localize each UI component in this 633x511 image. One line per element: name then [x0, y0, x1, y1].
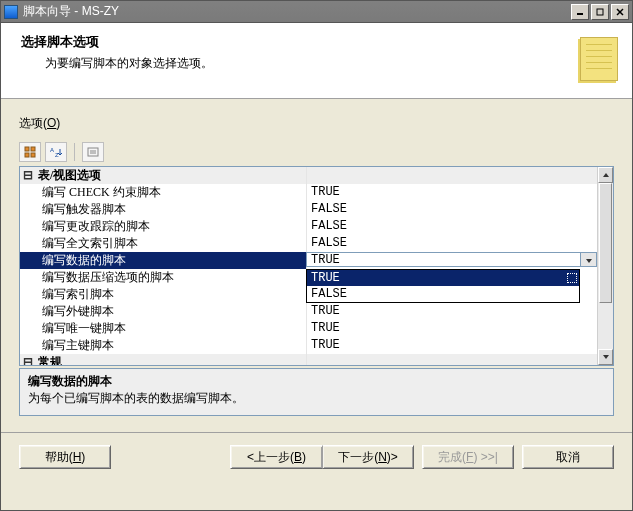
finish-button: 完成(F) >>|	[422, 445, 514, 469]
grid-toolbar: AZ	[19, 142, 614, 162]
option-label: 编写 CHECK 约束脚本	[36, 184, 306, 201]
option-label: 编写更改跟踪的脚本	[36, 218, 306, 235]
dropdown-option[interactable]: TRUE	[307, 270, 579, 286]
option-row[interactable]: 编写全文索引脚本FALSE	[20, 235, 597, 252]
dropdown-option[interactable]: FALSE	[307, 286, 579, 302]
page-subtitle: 为要编写脚本的对象选择选项。	[45, 55, 570, 72]
grid-scrollbar[interactable]	[597, 167, 613, 365]
svg-marker-15	[603, 355, 609, 359]
cancel-button[interactable]: 取消	[522, 445, 614, 469]
page-title: 选择脚本选项	[21, 33, 570, 51]
option-label: 编写触发器脚本	[36, 201, 306, 218]
back-button[interactable]: < 上一步(B)	[230, 445, 322, 469]
option-row[interactable]: 编写主键脚本TRUE	[20, 337, 597, 354]
description-text: 为每个已编写脚本的表的数据编写脚本。	[28, 390, 605, 407]
minimize-button[interactable]	[571, 4, 589, 20]
option-row[interactable]: 编写 CHECK 约束脚本TRUE	[20, 184, 597, 201]
option-row[interactable]: 编写唯一键脚本TRUE	[20, 320, 597, 337]
option-label: 编写数据的脚本	[36, 252, 306, 269]
maximize-button[interactable]	[591, 4, 609, 20]
svg-marker-13	[586, 259, 592, 263]
svg-rect-6	[25, 153, 29, 157]
option-row[interactable]: 编写外键脚本TRUE	[20, 303, 597, 320]
option-value-editor[interactable]: TRUE	[306, 252, 597, 267]
svg-rect-5	[31, 147, 35, 151]
option-value: FALSE	[306, 218, 597, 235]
option-value: TRUE	[306, 184, 597, 201]
svg-rect-10	[88, 148, 98, 156]
option-row[interactable]: 编写触发器脚本FALSE	[20, 201, 597, 218]
close-button[interactable]	[611, 4, 629, 20]
toolbar-separator	[74, 143, 75, 161]
help-button[interactable]: 帮助(H)	[19, 445, 111, 469]
scroll-down-button[interactable]	[598, 349, 613, 365]
option-value: FALSE	[306, 201, 597, 218]
wizard-icon	[570, 37, 618, 85]
category-row[interactable]: ⊟表/视图选项	[20, 167, 597, 184]
svg-marker-14	[603, 173, 609, 177]
categorized-button[interactable]	[19, 142, 41, 162]
svg-rect-4	[25, 147, 29, 151]
scroll-up-button[interactable]	[598, 167, 613, 183]
scroll-thumb[interactable]	[599, 183, 612, 303]
window-title: 脚本向导 - MS-ZY	[23, 3, 569, 20]
description-panel: 编写数据的脚本 为每个已编写脚本的表的数据编写脚本。	[19, 368, 614, 416]
alphabetical-button[interactable]: AZ	[45, 142, 67, 162]
option-label: 编写主键脚本	[36, 337, 306, 354]
option-label: 编写索引脚本	[36, 286, 306, 303]
option-row[interactable]: 编写数据的脚本TRUE	[20, 252, 597, 269]
app-icon	[4, 5, 18, 19]
option-value: TRUE	[306, 320, 597, 337]
option-label: 编写数据压缩选项的脚本	[36, 269, 306, 286]
option-value: FALSE	[306, 235, 597, 252]
next-button[interactable]: 下一步(N) >	[322, 445, 414, 469]
option-row[interactable]: 编写更改跟踪的脚本FALSE	[20, 218, 597, 235]
option-value: TRUE	[306, 303, 597, 320]
description-title: 编写数据的脚本	[28, 373, 605, 390]
options-label: 选项(O)	[19, 115, 614, 132]
category-label: 表/视图选项	[36, 167, 306, 184]
option-label: 编写外键脚本	[36, 303, 306, 320]
svg-rect-1	[597, 9, 603, 15]
value-dropdown[interactable]: TRUEFALSE	[306, 269, 580, 303]
option-label: 编写唯一键脚本	[36, 320, 306, 337]
dropdown-toggle[interactable]	[580, 253, 596, 267]
option-label: 编写全文索引脚本	[36, 235, 306, 252]
category-row[interactable]: ⊟常规	[20, 354, 597, 365]
svg-rect-7	[31, 153, 35, 157]
option-value: TRUE	[306, 337, 597, 354]
category-label: 常规	[36, 354, 306, 365]
properties-button[interactable]	[82, 142, 104, 162]
options-grid: ⊟表/视图选项编写 CHECK 约束脚本TRUE编写触发器脚本FALSE编写更改…	[19, 166, 614, 366]
svg-text:A: A	[50, 147, 54, 153]
